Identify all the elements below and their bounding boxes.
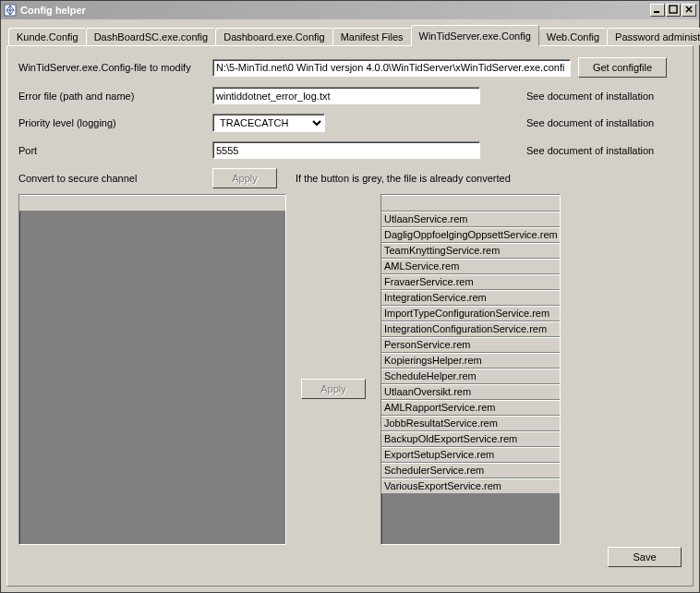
get-configfile-button[interactable]: Get configfile bbox=[578, 57, 667, 78]
service-item[interactable]: SchedulerService.rem bbox=[381, 463, 560, 478]
tabstrip: Kunde.Config DashBoardSC.exe.config Dash… bbox=[8, 25, 694, 45]
minimize-button[interactable] bbox=[650, 4, 665, 17]
service-item[interactable]: KopieringsHelper.rem bbox=[381, 353, 560, 369]
close-button[interactable] bbox=[682, 4, 696, 17]
convert-label: Convert to secure channel bbox=[18, 173, 212, 184]
service-item[interactable]: AMLService.rem bbox=[381, 259, 560, 274]
window-title: Config helper bbox=[20, 5, 650, 16]
save-button[interactable]: Save bbox=[608, 547, 682, 567]
service-item[interactable]: FravaerService.rem bbox=[381, 274, 560, 290]
client-area: Kunde.Config DashBoardSC.exe.config Dash… bbox=[1, 19, 699, 592]
error-file-label: Error file (path and name) bbox=[18, 91, 212, 102]
left-listbox[interactable] bbox=[18, 194, 286, 545]
app-window: Config helper Kunde.Config DashBoardSC.e… bbox=[0, 0, 700, 593]
config-file-input[interactable] bbox=[212, 59, 571, 77]
app-icon bbox=[4, 4, 17, 17]
service-item[interactable]: VariousExportService.rem bbox=[381, 478, 560, 494]
doc-note-2: See document of installation bbox=[526, 117, 654, 128]
service-item[interactable]: UtlaanOversikt.rem bbox=[381, 384, 560, 400]
service-item[interactable]: ScheduleHelper.rem bbox=[381, 369, 560, 384]
apply-services-button: Apply bbox=[301, 379, 366, 399]
service-item[interactable]: IntegrationService.rem bbox=[381, 290, 560, 306]
service-item[interactable]: UtlaanService.rem bbox=[381, 212, 560, 227]
apply-convert-button: Apply bbox=[212, 168, 277, 188]
config-file-label: WinTidServer.exe.Config-file to modify bbox=[18, 62, 212, 73]
service-item[interactable]: BackupOldExportService.rem bbox=[381, 431, 560, 447]
port-label: Port bbox=[18, 145, 212, 156]
service-item[interactable]: DagligOppfoelgingOppsettService.rem bbox=[381, 227, 560, 243]
svg-rect-1 bbox=[654, 11, 659, 13]
window-controls bbox=[650, 4, 696, 17]
titlebar: Config helper bbox=[1, 1, 699, 19]
service-item[interactable]: IntegrationConfigurationService.rem bbox=[381, 321, 560, 337]
services-listbox[interactable]: UtlaanService.remDagligOppfoelgingOppset… bbox=[380, 194, 561, 545]
service-item[interactable]: PersonService.rem bbox=[381, 337, 560, 353]
tab-password-administration[interactable]: Password administration bbox=[607, 28, 700, 45]
tab-panel: WinTidServer.exe.Config-file to modify G… bbox=[6, 45, 694, 587]
services-container: UtlaanService.remDagligOppfoelgingOppset… bbox=[381, 212, 560, 494]
doc-note-3: See document of installation bbox=[526, 145, 654, 156]
service-item[interactable]: JobbResultatService.rem bbox=[381, 416, 560, 431]
tab-manifest-files[interactable]: Manifest Files bbox=[332, 28, 412, 45]
maximize-button[interactable] bbox=[666, 4, 681, 17]
port-input[interactable] bbox=[212, 141, 480, 159]
doc-note-1: See document of installation bbox=[526, 91, 654, 102]
priority-select[interactable]: TRACECATCH bbox=[212, 114, 325, 132]
svg-rect-2 bbox=[670, 6, 677, 13]
tab-wintidserver-exe-config[interactable]: WinTidServer.exe.Config bbox=[411, 25, 539, 46]
convert-hint: If the button is grey, the file is alrea… bbox=[296, 173, 511, 184]
service-item[interactable]: AMLRapportService.rem bbox=[381, 400, 560, 416]
lists-area: Apply UtlaanService.remDagligOppfoelging… bbox=[18, 194, 682, 545]
tab-kunde-config[interactable]: Kunde.Config bbox=[8, 28, 87, 45]
error-file-input[interactable] bbox=[212, 87, 480, 104]
service-item[interactable]: ImportTypeConfigurationService.rem bbox=[381, 306, 560, 321]
tab-web-config[interactable]: Web.Config bbox=[538, 28, 608, 45]
tab-dashboard-exe-config[interactable]: Dashboard.exe.Config bbox=[215, 28, 332, 45]
tab-dashboardsc-exe-config[interactable]: DashBoardSC.exe.config bbox=[86, 28, 217, 45]
priority-label: Priority level (logging) bbox=[18, 117, 212, 128]
service-item[interactable]: TeamKnyttingService.rem bbox=[381, 243, 560, 259]
service-item[interactable]: ExportSetupService.rem bbox=[381, 447, 560, 463]
